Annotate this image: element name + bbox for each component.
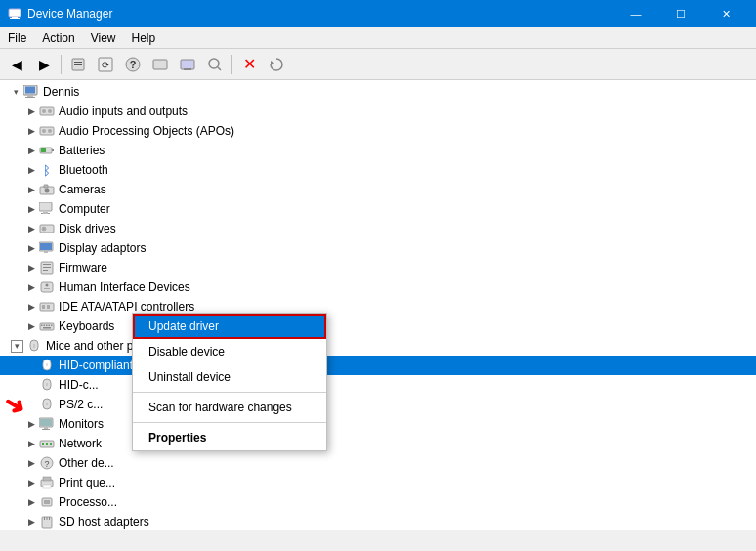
tree-item-other[interactable]: ▶ ? Other de... [0, 453, 756, 473]
tree-root[interactable]: ▾ Dennis [0, 82, 756, 102]
svg-point-13 [209, 59, 219, 68]
menu-file[interactable]: File [0, 27, 34, 48]
svg-rect-32 [44, 185, 48, 188]
toggle-processor[interactable]: ▶ [23, 494, 39, 510]
toggle-apo[interactable]: ▶ [23, 123, 39, 139]
svg-rect-83 [44, 517, 45, 520]
toggle-audio-inputs[interactable]: ▶ [23, 104, 39, 119]
context-menu-disable[interactable]: Disable device [133, 339, 326, 364]
context-menu-properties[interactable]: Properties [133, 425, 326, 450]
ps2-icon [39, 397, 55, 412]
menu-action[interactable]: Action [34, 27, 82, 48]
close-button[interactable]: ✕ [703, 0, 748, 27]
tree-item-hid-mouse-1[interactable]: HID-compliant mouse [0, 356, 756, 375]
tree-item-ide[interactable]: ▶ IDE ATA/ATAPI controllers [0, 297, 756, 317]
toggle-network[interactable]: ▶ [23, 436, 39, 451]
tree-item-bluetooth[interactable]: ▶ ᛒ Bluetooth [0, 160, 756, 180]
toolbar-sep-1 [61, 55, 62, 74]
sd-label: SD host adapters [59, 515, 149, 529]
toggle-display[interactable]: ▶ [23, 240, 39, 256]
main-area: ▾ Dennis ▶ Audio inputs and outputs ▶ Au… [0, 80, 756, 530]
minimize-button[interactable]: — [613, 0, 658, 27]
tree-item-hid[interactable]: ▶ Human Interface Devices [0, 277, 756, 297]
menu-help[interactable]: Help [124, 27, 164, 48]
tree-item-computer[interactable]: ▶ Computer [0, 199, 756, 219]
svg-rect-53 [41, 325, 43, 327]
tree-item-display[interactable]: ▶ Display adaptors [0, 238, 756, 258]
toolbar-remove[interactable]: ✕ [236, 52, 262, 77]
tree-item-monitors[interactable]: ▶ Monitors [0, 414, 756, 434]
app-icon [8, 7, 21, 21]
context-menu-uninstall[interactable]: Uninstall device [133, 364, 326, 390]
toolbar-forward[interactable]: ▶ [31, 52, 57, 77]
tree-item-firmware[interactable]: ▶ Firmware [0, 258, 756, 277]
toolbar-back[interactable]: ◀ [4, 52, 29, 77]
svg-text:?: ? [130, 59, 137, 70]
other-icon: ? [39, 455, 55, 471]
toggle-sd[interactable]: ▶ [23, 514, 39, 530]
tree-item-mice[interactable]: ▾ Mice and other pointing devices [0, 336, 756, 356]
svg-rect-40 [40, 243, 52, 250]
toggle-hid[interactable]: ▶ [23, 279, 39, 295]
tree-item-batteries[interactable]: ▶ Batteries [0, 141, 756, 160]
toolbar-refresh[interactable] [264, 52, 289, 77]
svg-rect-74 [50, 443, 52, 445]
toolbar-btn5[interactable] [147, 52, 173, 77]
svg-rect-58 [43, 327, 51, 329]
computer-node-icon [39, 201, 55, 217]
toggle-bluetooth[interactable]: ▶ [23, 162, 39, 178]
device-tree[interactable]: ▾ Dennis ▶ Audio inputs and outputs ▶ Au… [0, 80, 756, 530]
toolbar-scan[interactable] [202, 52, 228, 77]
context-menu-scan[interactable]: Scan for hardware changes [133, 395, 326, 420]
toggle-mice[interactable]: ▾ [11, 340, 23, 353]
keyboard-icon [39, 318, 55, 334]
svg-line-14 [218, 67, 221, 70]
toggle-ide[interactable]: ▶ [23, 299, 39, 315]
context-sep-1 [133, 392, 326, 393]
svg-rect-35 [43, 212, 48, 214]
toggle-other[interactable]: ▶ [23, 455, 39, 471]
tree-item-apo[interactable]: ▶ Audio Processing Objects (APOs) [0, 121, 756, 141]
tree-item-ps2[interactable]: PS/2 c... [0, 395, 756, 414]
tree-item-disk[interactable]: ▶ Disk drives [0, 219, 756, 238]
sd-icon [39, 514, 55, 530]
toggle-print[interactable]: ▶ [23, 475, 39, 490]
menu-view[interactable]: View [83, 27, 124, 48]
tree-item-network[interactable]: ▶ Network [0, 434, 756, 453]
svg-rect-69 [44, 427, 48, 429]
root-label: Dennis [43, 85, 79, 99]
hid-mouse-1-icon [39, 358, 55, 373]
menu-bar: File Action View Help [0, 27, 756, 49]
toggle-batteries[interactable]: ▶ [23, 143, 39, 158]
tree-item-print[interactable]: ▶ Print que... [0, 473, 756, 492]
context-menu-update-driver[interactable]: Update driver [133, 314, 326, 339]
toggle-computer[interactable]: ▶ [23, 201, 39, 217]
toolbar-help[interactable]: ? [120, 52, 146, 77]
maximize-button[interactable]: ☐ [658, 0, 703, 27]
toolbar-sep-2 [231, 55, 232, 74]
svg-point-31 [45, 189, 50, 193]
tree-item-processor[interactable]: ▶ Processo... [0, 492, 756, 512]
toggle-monitors[interactable]: ▶ [23, 416, 39, 432]
hid-label: Human Interface Devices [59, 280, 190, 294]
root-toggle[interactable]: ▾ [8, 84, 23, 100]
toggle-keyboards[interactable]: ▶ [23, 318, 39, 334]
tree-item-keyboards[interactable]: ▶ Keyboards [0, 317, 756, 336]
toggle-disk[interactable]: ▶ [23, 221, 39, 236]
disk-label: Disk drives [59, 222, 116, 235]
toolbar-btn6[interactable] [175, 52, 200, 77]
tree-item-cameras[interactable]: ▶ Cameras [0, 180, 756, 199]
window-title: Device Manager [27, 7, 613, 21]
toggle-firmware[interactable]: ▶ [23, 260, 39, 276]
svg-rect-72 [42, 443, 44, 445]
toolbar-update-driver[interactable]: ⟳ [93, 52, 118, 77]
tree-item-audio-inputs[interactable]: ▶ Audio inputs and outputs [0, 102, 756, 121]
toolbar-properties[interactable] [65, 52, 91, 77]
svg-marker-15 [271, 61, 274, 65]
firmware-label: Firmware [59, 261, 107, 275]
apo-icon [39, 123, 55, 139]
tree-item-hid-mouse-2[interactable]: HID-c... [0, 375, 756, 395]
tree-item-sd[interactable]: ▶ SD host adapters [0, 512, 756, 530]
disk-icon [39, 221, 55, 236]
toggle-cameras[interactable]: ▶ [23, 182, 39, 197]
